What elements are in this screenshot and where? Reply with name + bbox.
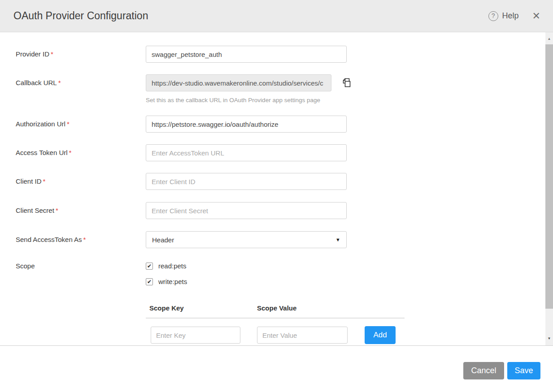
check-icon: ✔ [147,263,152,269]
send-access-token-control: Header ▼ [146,231,352,248]
provider-id-input[interactable] [146,46,347,63]
client-id-label: Client ID* [16,173,146,190]
dialog-footer: Cancel Save [0,346,553,392]
authorization-url-control [146,116,352,133]
callback-url-control: Set this as the callback URL in OAuth Pr… [146,74,352,103]
label-text: Authorization Url [16,120,65,128]
access-token-url-label: Access Token Url* [16,144,146,161]
label-text: Provider ID [16,50,49,58]
authorization-url-label: Authorization Url* [16,116,146,133]
scope-key-header: Scope Key [149,304,257,312]
scroll-down-icon[interactable]: ▼ [545,335,553,343]
page-title: OAuth Provider Configuration [13,10,488,22]
client-secret-label: Client Secret* [16,202,146,219]
scope-table-header: Scope Key Scope Value [146,304,405,319]
checkbox-label: read:pets [158,262,187,270]
callback-url-row: Callback URL* Set this as the callback U… [16,74,553,103]
client-id-row: Client ID* [16,173,553,190]
oauth-provider-dialog: OAuth Provider Configuration ? Help ✕ Pr… [0,0,553,392]
checkbox-write-pets[interactable]: ✔ [146,278,153,285]
callback-url-helper: Set this as the callback URL in OAuth Pr… [146,97,352,103]
required-marker: * [56,207,58,214]
help-icon[interactable]: ? [488,11,498,21]
provider-id-label: Provider ID* [16,46,146,63]
required-marker: * [51,50,53,58]
authorization-url-row: Authorization Url* [16,116,553,133]
callback-url-input-wrap [146,74,352,91]
provider-id-control [146,46,352,63]
dialog-body: Provider ID* Callback URL* [0,32,553,346]
required-marker: * [67,120,70,128]
required-marker: * [43,177,46,185]
send-access-token-row: Send AccessToken As* Header ▼ [16,231,553,248]
provider-id-row: Provider ID* [16,46,553,63]
label-text: Send AccessToken As [16,236,82,243]
label-text: Callback URL [16,79,57,86]
client-secret-input[interactable] [146,202,347,219]
copy-icon[interactable] [341,77,352,89]
checkbox-read-pets[interactable]: ✔ [146,263,153,270]
vertical-scrollbar[interactable]: ▲ ▼ [545,32,553,345]
send-access-token-select[interactable]: Header ▼ [146,231,347,248]
dialog-header: OAuth Provider Configuration ? Help ✕ [0,0,553,32]
scope-key-input[interactable] [151,327,240,344]
required-marker: * [58,79,61,86]
checkbox-label: write:pets [158,278,187,285]
client-id-input[interactable] [146,173,347,190]
client-id-control [146,173,352,190]
label-text: Client Secret [16,207,54,214]
scope-table-row: Add [146,326,405,344]
authorization-url-input[interactable] [146,116,347,133]
select-value: Header [152,236,174,244]
access-token-url-row: Access Token Url* [16,144,553,161]
scope-row: Scope ✔ read:pets ✔ write:pets [16,262,553,293]
client-secret-row: Client Secret* [16,202,553,219]
close-icon[interactable]: ✕ [532,11,540,21]
scope-table: Scope Key Scope Value Add [146,304,405,344]
client-secret-control [146,202,352,219]
scope-option-write-pets: ✔ write:pets [146,278,352,285]
callback-url-label: Callback URL* [16,74,146,103]
scope-options: ✔ read:pets ✔ write:pets [146,262,352,293]
access-token-url-control [146,144,352,161]
scope-option-read-pets: ✔ read:pets [146,262,352,270]
required-marker: * [69,149,72,156]
scroll-up-icon[interactable]: ▲ [545,35,553,43]
send-access-token-label: Send AccessToken As* [16,231,146,248]
cancel-button[interactable]: Cancel [463,362,504,379]
check-icon: ✔ [147,279,152,284]
add-scope-button[interactable]: Add [365,326,396,344]
footer-buttons: Cancel Save [463,362,540,379]
chevron-down-icon: ▼ [335,237,340,242]
callback-url-input [146,74,331,91]
help-link[interactable]: ? Help [488,11,519,21]
label-text: Scope [16,262,35,270]
scope-value-input[interactable] [257,327,348,344]
save-button[interactable]: Save [507,362,540,379]
scrollbar-thumb[interactable] [545,44,553,309]
label-text: Client ID [16,177,42,185]
help-label[interactable]: Help [502,11,519,21]
label-text: Access Token Url [16,149,68,156]
scope-value-header: Scope Value [257,304,296,312]
header-actions: ? Help ✕ [488,11,540,21]
scope-label: Scope [16,262,146,293]
access-token-url-input[interactable] [146,144,347,161]
required-marker: * [83,236,86,243]
